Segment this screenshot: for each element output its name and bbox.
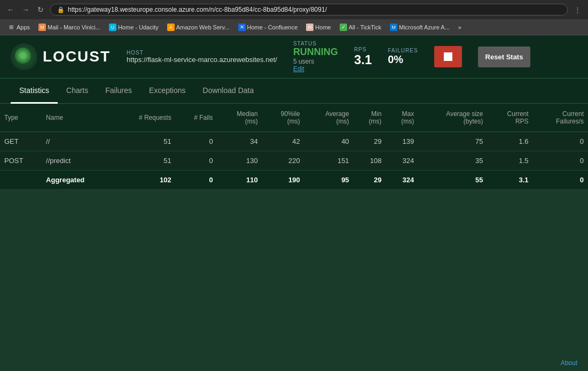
row-max: 139 bbox=[386, 132, 418, 151]
failures-value: 0% bbox=[388, 53, 418, 66]
row-median: 34 bbox=[217, 132, 262, 151]
row-fails: 0 bbox=[176, 151, 217, 171]
bookmark-label: Home - Confluence bbox=[247, 24, 298, 30]
tab-exceptions[interactable]: Exceptions bbox=[140, 79, 194, 104]
col-p90: 90%ile(ms) bbox=[262, 104, 304, 132]
browser-titlebar: ← → ↻ 🔒 https://gateway18.westeurope.con… bbox=[0, 0, 588, 19]
row-type: POST bbox=[0, 151, 42, 171]
bookmark-apps[interactable]: ⊞ Apps bbox=[4, 22, 33, 32]
col-min: Min(ms) bbox=[354, 104, 386, 132]
aggregated-min: 29 bbox=[354, 171, 386, 190]
aggregated-avg-size: 55 bbox=[418, 171, 487, 190]
forward-button[interactable]: → bbox=[19, 3, 32, 16]
stop-icon bbox=[444, 52, 452, 61]
bookmark-label: Home bbox=[315, 24, 331, 30]
stop-button[interactable] bbox=[434, 46, 462, 67]
row-average: 40 bbox=[304, 132, 354, 151]
col-current-rps: CurrentRPS bbox=[488, 104, 533, 132]
aggregated-median: 110 bbox=[217, 171, 262, 190]
table-row: POST //predict 51 0 130 220 151 108 324 … bbox=[0, 151, 588, 171]
row-min: 108 bbox=[354, 151, 386, 171]
nav-buttons: ← → ↻ bbox=[4, 3, 47, 16]
col-median: Median(ms) bbox=[217, 104, 262, 132]
extensions-button[interactable]: ⋮ bbox=[571, 3, 584, 16]
bookmarks-bar: ⊞ Apps M Mail - Marco Vinici... U Home -… bbox=[0, 19, 588, 35]
row-failures-s: 0 bbox=[533, 151, 588, 171]
tab-statistics[interactable]: Statistics bbox=[11, 79, 58, 104]
host-label: HOST bbox=[127, 50, 277, 56]
status-value: RUNNING bbox=[293, 47, 338, 58]
app-container: LOCUST HOST https://flask-ml-service-mar… bbox=[0, 35, 588, 335]
host-block: HOST https://flask-ml-service-marco.azur… bbox=[127, 50, 277, 64]
edit-link[interactable]: Edit bbox=[293, 65, 338, 73]
row-average: 151 bbox=[304, 151, 354, 171]
aggregated-failures-s: 0 bbox=[533, 171, 588, 190]
failures-label: FAILURES bbox=[388, 48, 418, 53]
app-header: LOCUST HOST https://flask-ml-service-mar… bbox=[0, 35, 588, 79]
bookmark-label: Home - Udacity bbox=[118, 24, 159, 30]
bookmark-label: All - TickTick bbox=[349, 24, 381, 30]
bookmark-home[interactable]: H Home bbox=[303, 22, 334, 32]
table-header-row: Type Name # Requests # Fails Median(ms) … bbox=[0, 104, 588, 132]
bookmark-udacity[interactable]: U Home - Udacity bbox=[106, 22, 162, 32]
bookmark-label: Apps bbox=[17, 24, 30, 30]
col-fails: # Fails bbox=[176, 104, 217, 132]
stats-table-container: Type Name # Requests # Fails Median(ms) … bbox=[0, 104, 588, 190]
aggregated-type bbox=[0, 171, 42, 190]
tabs-bar: Statistics Charts Failures Exceptions Do… bbox=[0, 79, 588, 104]
rps-value: 3.1 bbox=[354, 52, 372, 67]
col-requests: # Requests bbox=[113, 104, 176, 132]
reset-stats-button[interactable]: Reset Stats bbox=[478, 47, 531, 67]
row-failures-s: 0 bbox=[533, 132, 588, 151]
lock-icon: 🔒 bbox=[57, 6, 65, 13]
reload-button[interactable]: ↻ bbox=[34, 3, 47, 16]
bookmark-label: Microsoft Azure A... bbox=[399, 24, 450, 30]
row-rps: 1.5 bbox=[488, 151, 533, 171]
aggregated-requests: 102 bbox=[113, 171, 176, 190]
rps-label: RPS bbox=[354, 47, 372, 52]
col-average: Average(ms) bbox=[304, 104, 354, 132]
aggregated-row: Aggregated 102 0 110 190 95 29 324 55 3.… bbox=[0, 171, 588, 190]
back-button[interactable]: ← bbox=[4, 3, 17, 16]
tab-download-data[interactable]: Download Data bbox=[194, 79, 263, 104]
row-rps: 1.6 bbox=[488, 132, 533, 151]
browser-actions: ⋮ bbox=[571, 3, 584, 16]
more-bookmarks-icon: » bbox=[458, 24, 461, 30]
url-text: https://gateway18.westeurope.console.azu… bbox=[68, 6, 327, 13]
bookmark-confluence[interactable]: ✕ Home - Confluence bbox=[235, 22, 301, 32]
host-value: https://flask-ml-service-marco.azurewebs… bbox=[127, 56, 277, 64]
row-name: //predict bbox=[42, 151, 113, 171]
bookmark-amazon[interactable]: A Amazon Web Serv... bbox=[164, 22, 233, 32]
rps-block: RPS 3.1 bbox=[354, 47, 372, 67]
apps-icon: ⊞ bbox=[7, 24, 15, 31]
col-avg-size: Average size(bytes) bbox=[418, 104, 487, 132]
status-block: STATUS RUNNING 5 users Edit bbox=[293, 41, 338, 73]
aggregated-name: Aggregated bbox=[42, 171, 113, 190]
stats-table: Type Name # Requests # Fails Median(ms) … bbox=[0, 104, 588, 190]
aggregated-rps: 3.1 bbox=[488, 171, 533, 190]
bookmark-ticktick[interactable]: ✓ All - TickTick bbox=[336, 22, 385, 32]
row-p90: 220 bbox=[262, 151, 304, 171]
bookmark-more[interactable]: » bbox=[455, 23, 465, 32]
col-name: Name bbox=[42, 104, 113, 132]
address-bar[interactable]: 🔒 https://gateway18.westeurope.console.a… bbox=[50, 4, 568, 16]
aggregated-fails: 0 bbox=[176, 171, 217, 190]
bookmark-label: Amazon Web Serv... bbox=[176, 24, 230, 30]
bookmark-label: Mail - Marco Vinici... bbox=[48, 24, 100, 30]
aggregated-max: 324 bbox=[386, 171, 418, 190]
logo-icon bbox=[11, 43, 37, 70]
row-requests: 51 bbox=[113, 151, 176, 171]
users-value: 5 users bbox=[293, 58, 338, 65]
bookmark-azure[interactable]: M Microsoft Azure A... bbox=[387, 22, 453, 32]
status-label: STATUS bbox=[293, 41, 338, 47]
aggregated-p90: 190 bbox=[262, 171, 304, 190]
row-name: // bbox=[42, 132, 113, 151]
bookmark-mail[interactable]: M Mail - Marco Vinici... bbox=[35, 22, 104, 32]
tab-failures[interactable]: Failures bbox=[97, 79, 140, 104]
col-max: Max(ms) bbox=[386, 104, 418, 132]
tab-charts[interactable]: Charts bbox=[58, 79, 97, 104]
row-p90: 42 bbox=[262, 132, 304, 151]
row-fails: 0 bbox=[176, 132, 217, 151]
failures-block: FAILURES 0% bbox=[388, 48, 418, 66]
row-requests: 51 bbox=[113, 132, 176, 151]
